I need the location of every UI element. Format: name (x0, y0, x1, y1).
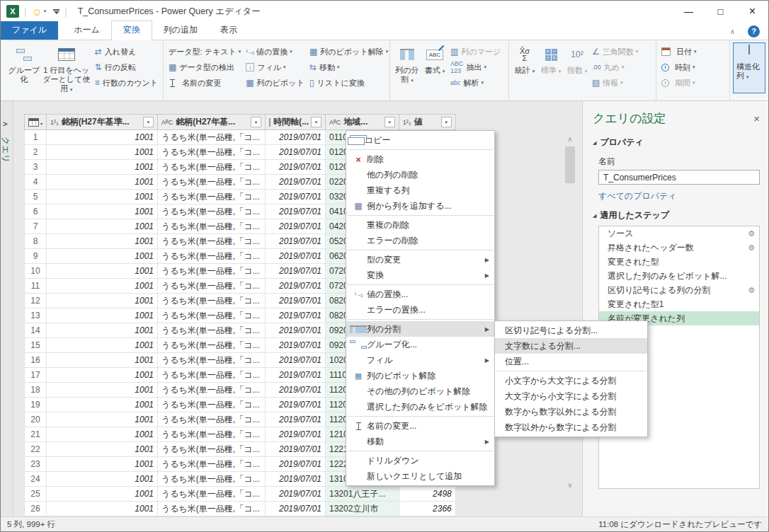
cell[interactable]: 2019/07/01 (266, 502, 326, 516)
trigonometry-button[interactable]: ∠三角関数▾ (590, 44, 640, 59)
menu-item[interactable]: 選択した列のみをピボット解除 (346, 399, 494, 415)
row-number[interactable]: 3 (25, 160, 47, 175)
cell[interactable]: 2019/07/01 (266, 190, 326, 204)
cell[interactable]: 2019/07/01 (266, 487, 326, 502)
cell[interactable]: 2019/07/01 (266, 412, 326, 427)
filter-dropdown-icon[interactable]: ▼ (143, 117, 154, 127)
gear-icon[interactable]: ⚙ (748, 243, 755, 253)
menu-item[interactable]: 列の分割▶ (346, 321, 494, 337)
cell[interactable]: うるち米(単一品種,「コ... (158, 368, 266, 383)
menu-item[interactable]: 文字数による分割... (495, 338, 647, 354)
menu-item[interactable]: 数字以外から数字による分割 (495, 420, 647, 435)
cell[interactable]: 2019/07/01 (266, 353, 326, 368)
cell[interactable]: 1001 (47, 294, 158, 308)
minimize-button[interactable]: — (673, 1, 705, 22)
menu-item[interactable]: ¹→₂値の置換... (346, 287, 494, 302)
cell[interactable]: 1001 (47, 175, 158, 190)
cell[interactable]: うるち米(単一品種,「コ... (158, 145, 266, 160)
cell[interactable]: 1001 (47, 190, 158, 204)
cell[interactable]: 2019/07/01 (266, 279, 326, 294)
cell[interactable]: 2019/07/01 (266, 368, 326, 383)
cell[interactable]: 1001 (47, 487, 158, 502)
properties-section-header[interactable]: ◢プロパティ (583, 131, 769, 149)
cell[interactable]: 1001 (47, 368, 158, 383)
menu-item[interactable]: 新しいクエリとして追加 (346, 468, 494, 484)
cell[interactable]: 1001 (47, 502, 158, 516)
structured-column-button[interactable]: 構造化列▾ (733, 42, 765, 93)
column-header-1[interactable]: 1²₃銘柄(H27年基準...▼ (47, 115, 158, 130)
filter-dropdown-icon[interactable]: ▼ (441, 117, 452, 127)
cell[interactable]: うるち米(単一品種,「コ... (158, 457, 266, 472)
cell[interactable]: 2366 (399, 502, 455, 516)
applied-step[interactable]: 区切り記号による列の分割⚙ (599, 283, 759, 297)
table-menu-dropdown-icon[interactable]: ▾ (40, 122, 42, 126)
format-button[interactable]: ABC 書式▾ (421, 42, 448, 76)
cell[interactable]: うるち米(単一品種,「コ... (158, 502, 266, 516)
select-all-corner[interactable]: ▾ (25, 115, 47, 130)
move-button[interactable]: ⇆移動▾ (307, 59, 387, 75)
query-name-input[interactable] (598, 170, 760, 185)
menu-item[interactable]: 他の列の削除 (346, 167, 494, 183)
collapse-ribbon-icon[interactable]: ∧ (730, 28, 735, 35)
cell[interactable]: うるち米(単一品種,「コ... (158, 338, 266, 353)
menu-item[interactable]: 重複する列 (346, 183, 494, 198)
menu-item[interactable]: エラーの削除 (346, 233, 494, 248)
queries-pane-collapsed[interactable]: > クエリ (1, 101, 13, 516)
menu-item[interactable]: コピー (346, 132, 494, 148)
menu-item[interactable]: フィル▶ (346, 352, 494, 368)
detect-data-type-button[interactable]: ▦データ型の検出 (166, 59, 244, 75)
cell[interactable]: 2019/07/01 (266, 442, 326, 457)
cell[interactable]: 1001 (47, 219, 158, 234)
applied-step[interactable]: ソース⚙ (599, 226, 759, 241)
cell[interactable]: 2498 (399, 487, 455, 502)
menu-item[interactable]: 型の変更▶ (346, 252, 494, 267)
menu-item[interactable]: 小文字から大文字による分割 (495, 373, 647, 388)
cell[interactable]: うるち米(単一品種,「コ... (158, 427, 266, 442)
tab-view[interactable]: 表示 (209, 21, 249, 40)
reverse-rows-button[interactable]: ⇅行の反転 (93, 59, 160, 75)
convert-to-list-button[interactable]: ▯リストに変換 (307, 75, 387, 91)
cell[interactable]: うるち米(単一品種,「コ... (158, 249, 266, 264)
scrollbar-thumb[interactable] (565, 146, 575, 183)
cell[interactable]: うるち米(単一品種,「コ... (158, 190, 266, 204)
help-icon[interactable]: ? (748, 25, 760, 37)
cell[interactable]: 1001 (47, 472, 158, 487)
cell[interactable]: 2019/07/01 (266, 249, 326, 264)
row-number[interactable]: 1 (25, 130, 47, 145)
cell[interactable]: 2019/07/01 (266, 175, 326, 190)
cell[interactable]: 1001 (47, 204, 158, 219)
cell[interactable]: うるち米(単一品種,「コ... (158, 234, 266, 249)
parse-button[interactable]: abc解析▾ (448, 75, 503, 91)
cell[interactable]: うるち米(単一品種,「コ... (158, 412, 266, 427)
applied-step[interactable]: 昇格されたヘッダー数⚙ (599, 241, 759, 255)
applied-step[interactable]: 選択した列のみをピボット解... (599, 269, 759, 283)
cell[interactable]: 1001 (47, 398, 158, 412)
row-number[interactable]: 2 (25, 145, 47, 160)
cell[interactable]: 2019/07/01 (266, 264, 326, 279)
cell[interactable]: 1001 (47, 264, 158, 279)
cell[interactable]: うるち米(単一品種,「コ... (158, 130, 266, 145)
row-number[interactable]: 25 (25, 487, 47, 502)
menu-item[interactable]: 区切り記号による分割... (495, 323, 647, 338)
cell[interactable]: 2019/07/01 (266, 398, 326, 412)
scroll-down-icon[interactable]: ∨ (564, 478, 576, 491)
row-number[interactable]: 16 (25, 353, 47, 368)
applied-step[interactable]: 変更された型1 (599, 297, 759, 311)
all-properties-link[interactable]: すべてのプロパティ (583, 185, 769, 204)
statistics-button[interactable]: X̄σΣ 統計▾ (512, 42, 537, 76)
menu-item[interactable]: 重複の削除 (346, 217, 494, 233)
row-number[interactable]: 14 (25, 323, 47, 338)
menu-item[interactable]: グループ化... (346, 337, 494, 352)
group-by-button[interactable]: グループ化 (8, 42, 40, 84)
menu-item[interactable]: ▦列のピボット解除 (346, 368, 494, 383)
cell[interactable]: うるち米(単一品種,「コ... (158, 219, 266, 234)
row-number[interactable]: 15 (25, 338, 47, 353)
column-header-2[interactable]: AᴮC銘柄(H27年基...▼ (158, 115, 266, 130)
column-header-4[interactable]: AᴮC地域...▼ (326, 115, 399, 130)
menu-item[interactable]: 移動▶ (346, 434, 494, 449)
scroll-up-icon[interactable]: ∧ (564, 132, 576, 145)
gear-icon[interactable]: ⚙ (748, 286, 755, 295)
cell[interactable]: 2019/07/01 (266, 234, 326, 249)
filter-dropdown-icon[interactable]: ▼ (384, 117, 395, 127)
rounding-button[interactable]: .00丸め▾ (590, 59, 640, 75)
